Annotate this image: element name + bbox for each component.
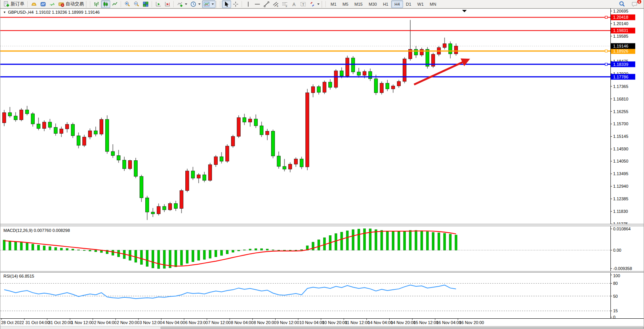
time-axis[interactable]: 28 Oct 202231 Oct 04:0031 Oct 20:001 Nov…: [0, 318, 644, 325]
timeframe-button-m15[interactable]: M15: [352, 0, 366, 8]
search-button[interactable]: [617, 0, 627, 8]
rsi-pane[interactable]: [0, 283, 610, 311]
candlestick-icon: [103, 1, 109, 7]
cursor-tool-button[interactable]: [222, 0, 231, 8]
notifications-button[interactable]: 1: [630, 0, 640, 8]
time-tick-label: 16 Nov 04:00: [436, 320, 461, 325]
tile-windows-icon: [143, 1, 149, 7]
tile-windows-button[interactable]: [141, 0, 150, 8]
rsi-scale-label: 50: [613, 294, 618, 299]
arrows-icon: [309, 1, 315, 7]
charts-button[interactable]: [39, 0, 48, 8]
horizontal-line-tool-button[interactable]: [253, 0, 262, 8]
price-line-badge: 1.18926: [613, 49, 628, 53]
price-line-badge: 1.18339: [613, 62, 628, 67]
time-tick-label: 28 Oct 2022: [1, 320, 24, 325]
price-line-badge: 1.17786: [613, 75, 628, 79]
macd-pane[interactable]: [0, 228, 610, 268]
chart-window-icon: [40, 1, 46, 7]
auto-scroll-button[interactable]: [154, 0, 163, 8]
zoom-out-button[interactable]: [132, 0, 141, 8]
quotes-button[interactable]: [29, 0, 39, 8]
main-price-pane[interactable]: [0, 10, 610, 220]
collapse-one-click-icon[interactable]: ▼: [3, 11, 6, 14]
crosshair-tool-button[interactable]: [231, 0, 240, 8]
rsi-scale-label: 80: [613, 281, 618, 286]
chart-ohlc-values: 1.19102 1.19236 1.18999 1.19146: [35, 10, 100, 14]
signals-button[interactable]: [48, 0, 57, 8]
price-tick-label: 1.14050: [613, 159, 628, 163]
horizontal-scrollbar[interactable]: [0, 326, 644, 329]
chart-shift-icon: [164, 1, 170, 7]
text-tool-button[interactable]: A: [289, 0, 299, 8]
timeframe-label: M30: [367, 2, 378, 6]
price-tick-label: 1.16810: [613, 97, 628, 101]
rsi-indicator-label: RSI(14) 66.8515: [3, 274, 34, 278]
price-line-badge: 1.20418: [613, 15, 628, 19]
timeframe-button-m5[interactable]: M5: [339, 0, 351, 8]
indicators-dropdown-caret[interactable]: [185, 3, 187, 5]
periods-dropdown-caret[interactable]: [198, 3, 201, 5]
templates-button[interactable]: [202, 0, 215, 8]
timeframe-button-m1[interactable]: M1: [328, 0, 339, 8]
line-chart-icon: [112, 1, 118, 7]
price-tick-label: 1.17365: [613, 84, 628, 89]
bar-chart-icon: [93, 1, 100, 7]
arrows-dropdown-caret[interactable]: [317, 3, 320, 5]
indicators-icon: [177, 1, 183, 7]
svg-text:F: F: [286, 5, 287, 7]
indicators-button[interactable]: [175, 0, 189, 8]
timeframe-button-m30[interactable]: M30: [366, 0, 380, 8]
time-tick-label: 4 Nov 04:00: [162, 320, 185, 325]
channel-tool-button[interactable]: E: [271, 0, 280, 8]
svg-text:E: E: [277, 5, 278, 7]
text-label-tool-button[interactable]: T: [299, 0, 308, 8]
candlestick-mode-button[interactable]: [101, 0, 110, 8]
signal-icon: [49, 1, 55, 7]
price-tick-label: 1.13495: [613, 171, 628, 176]
zoom-out-icon: [133, 1, 140, 7]
scrollbar-thumb[interactable]: [161, 327, 644, 329]
time-tick-label: 6 Nov 23:00: [185, 320, 208, 325]
latest-bar-marker: [462, 10, 467, 12]
price-tick-label: 1.11830: [613, 209, 628, 214]
timeframe-button-mn[interactable]: MN: [427, 0, 439, 8]
time-tick-label: 8 Nov 20:00: [254, 320, 276, 325]
chart-area[interactable]: 1.206951.201401.195851.190301.184751.179…: [0, 8, 644, 329]
timeframe-button-d1[interactable]: D1: [403, 0, 414, 8]
chart-shift-button[interactable]: [163, 0, 172, 8]
price-tick-label: 1.20695: [613, 9, 628, 13]
fibonacci-tool-button[interactable]: F: [280, 0, 289, 8]
timeframe-button-h1[interactable]: H1: [380, 0, 391, 8]
timeframe-label: M1: [329, 2, 338, 6]
time-tick-label: 14 Nov 04:00: [368, 320, 393, 325]
timeframe-label: M15: [353, 2, 364, 6]
gold-ingot-icon: [31, 1, 37, 7]
templates-dropdown-caret[interactable]: [212, 3, 214, 5]
arrows-tool-button[interactable]: [308, 0, 321, 8]
timeframe-button-h4[interactable]: H4: [391, 0, 403, 8]
crosshair-icon: [233, 1, 239, 7]
timeframe-label: H1: [381, 2, 390, 6]
time-tick-label: 9 Nov 12:00: [276, 320, 299, 325]
price-tick-label: 1.14590: [613, 147, 628, 151]
macd-scale-label: -0.009358: [613, 266, 632, 271]
auto-trading-label: 自动交易: [66, 1, 84, 7]
text-label-icon: T: [300, 1, 306, 7]
trendline-tool-button[interactable]: [262, 0, 271, 8]
timeframe-button-w1[interactable]: W1: [414, 0, 427, 8]
zoom-in-icon: [124, 1, 130, 7]
new-order-button[interactable]: 新订单: [2, 0, 26, 8]
periods-button[interactable]: [189, 0, 202, 8]
time-tick-label: 14 Nov 20:00: [390, 320, 415, 325]
line-chart-mode-button[interactable]: [110, 0, 119, 8]
price-axis[interactable]: 1.206951.201401.195851.190301.184751.179…: [610, 8, 635, 319]
auto-trading-button[interactable]: 自动交易: [57, 0, 85, 8]
fibonacci-icon: F: [282, 1, 288, 7]
main-toolbar: 新订单 自动交易: [0, 0, 644, 8]
trend-arrow-annotation[interactable]: [414, 60, 468, 85]
chart-canvas[interactable]: 1.206951.201401.195851.190301.184751.179…: [0, 8, 644, 329]
zoom-in-button[interactable]: [123, 0, 132, 8]
bar-chart-mode-button[interactable]: [92, 0, 101, 8]
vertical-line-tool-button[interactable]: [244, 0, 253, 8]
